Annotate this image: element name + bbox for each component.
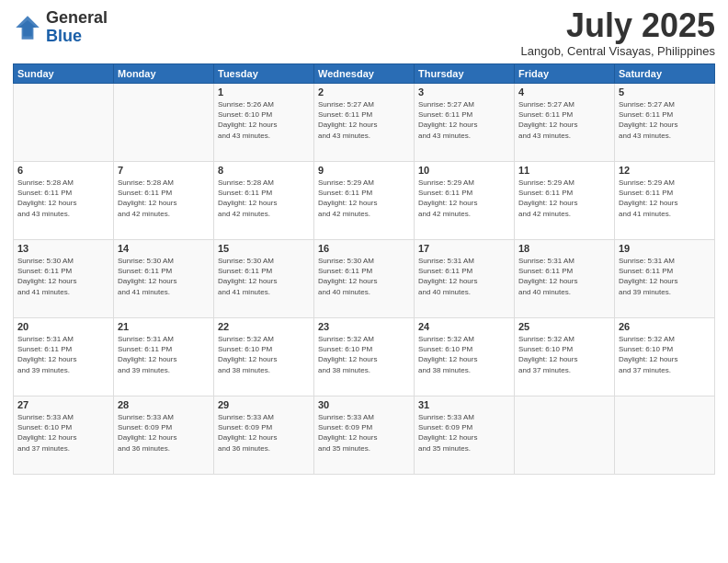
day-number: 8: [218, 165, 310, 176]
calendar-cell: 10Sunrise: 5:29 AM Sunset: 6:11 PM Dayli…: [415, 162, 515, 240]
calendar-cell: 15Sunrise: 5:30 AM Sunset: 6:11 PM Dayli…: [214, 240, 314, 318]
day-info: Sunrise: 5:33 AM Sunset: 6:09 PM Dayligh…: [318, 412, 410, 454]
weekday-header: Friday: [515, 64, 615, 84]
calendar-cell: 20Sunrise: 5:31 AM Sunset: 6:11 PM Dayli…: [14, 318, 114, 396]
day-number: 6: [17, 165, 109, 176]
calendar-cell: 28Sunrise: 5:33 AM Sunset: 6:09 PM Dayli…: [114, 396, 214, 475]
day-number: 12: [619, 165, 711, 176]
calendar-cell: 21Sunrise: 5:31 AM Sunset: 6:11 PM Dayli…: [114, 318, 214, 396]
day-number: 15: [218, 243, 310, 254]
day-info: Sunrise: 5:29 AM Sunset: 6:11 PM Dayligh…: [318, 178, 410, 219]
weekday-header: Wednesday: [314, 64, 415, 84]
day-number: 11: [518, 165, 610, 176]
day-info: Sunrise: 5:30 AM Sunset: 6:11 PM Dayligh…: [17, 256, 109, 297]
day-info: Sunrise: 5:32 AM Sunset: 6:10 PM Dayligh…: [218, 334, 310, 375]
day-info: Sunrise: 5:31 AM Sunset: 6:11 PM Dayligh…: [518, 256, 610, 297]
logo-general-text: General: [46, 9, 108, 28]
calendar-cell: 26Sunrise: 5:32 AM Sunset: 6:10 PM Dayli…: [615, 318, 715, 396]
day-number: 26: [619, 321, 711, 332]
day-number: 30: [318, 399, 410, 410]
calendar-cell: 9Sunrise: 5:29 AM Sunset: 6:11 PM Daylig…: [314, 162, 415, 240]
calendar-cell: 12Sunrise: 5:29 AM Sunset: 6:11 PM Dayli…: [615, 162, 715, 240]
day-info: Sunrise: 5:32 AM Sunset: 6:10 PM Dayligh…: [418, 334, 510, 375]
calendar-cell: 11Sunrise: 5:29 AM Sunset: 6:11 PM Dayli…: [515, 162, 615, 240]
calendar-cell: 2Sunrise: 5:27 AM Sunset: 6:11 PM Daylig…: [314, 84, 415, 162]
calendar-cell: 18Sunrise: 5:31 AM Sunset: 6:11 PM Dayli…: [515, 240, 615, 318]
day-number: 1: [218, 86, 310, 98]
logo: General Blue: [13, 9, 108, 46]
day-number: 10: [418, 165, 510, 176]
weekday-header: Saturday: [615, 64, 715, 84]
calendar-week-row: 27Sunrise: 5:33 AM Sunset: 6:10 PM Dayli…: [14, 396, 715, 475]
day-number: 17: [418, 243, 510, 254]
day-number: 5: [619, 86, 711, 98]
day-info: Sunrise: 5:27 AM Sunset: 6:11 PM Dayligh…: [518, 99, 610, 141]
day-number: 18: [518, 243, 610, 254]
logo-text: General Blue: [46, 9, 108, 46]
weekday-header: Tuesday: [214, 64, 314, 84]
day-info: Sunrise: 5:30 AM Sunset: 6:11 PM Dayligh…: [118, 256, 210, 297]
day-number: 23: [318, 321, 410, 332]
day-number: 16: [318, 243, 410, 254]
calendar-cell: [14, 84, 114, 162]
page: General Blue July 2025 Langob, Central V…: [0, 0, 728, 563]
day-info: Sunrise: 5:33 AM Sunset: 6:09 PM Dayligh…: [418, 412, 510, 454]
day-info: Sunrise: 5:30 AM Sunset: 6:11 PM Dayligh…: [318, 256, 410, 297]
day-info: Sunrise: 5:33 AM Sunset: 6:09 PM Dayligh…: [118, 412, 210, 454]
calendar-cell: 24Sunrise: 5:32 AM Sunset: 6:10 PM Dayli…: [415, 318, 515, 396]
calendar-cell: 6Sunrise: 5:28 AM Sunset: 6:11 PM Daylig…: [14, 162, 114, 240]
calendar-week-row: 1Sunrise: 5:26 AM Sunset: 6:10 PM Daylig…: [14, 84, 715, 162]
calendar-cell: 17Sunrise: 5:31 AM Sunset: 6:11 PM Dayli…: [415, 240, 515, 318]
month-title: July 2025: [520, 9, 715, 42]
day-number: 24: [418, 321, 510, 332]
day-info: Sunrise: 5:26 AM Sunset: 6:10 PM Dayligh…: [218, 99, 310, 141]
calendar-week-row: 6Sunrise: 5:28 AM Sunset: 6:11 PM Daylig…: [14, 162, 715, 240]
weekday-header: Monday: [114, 64, 214, 84]
day-info: Sunrise: 5:31 AM Sunset: 6:11 PM Dayligh…: [17, 334, 109, 375]
day-info: Sunrise: 5:28 AM Sunset: 6:11 PM Dayligh…: [218, 178, 310, 219]
calendar-cell: 29Sunrise: 5:33 AM Sunset: 6:09 PM Dayli…: [214, 396, 314, 475]
day-info: Sunrise: 5:27 AM Sunset: 6:11 PM Dayligh…: [418, 99, 510, 141]
logo-blue-text: Blue: [46, 28, 108, 46]
day-number: 25: [518, 321, 610, 332]
day-number: 14: [118, 243, 210, 254]
calendar-week-row: 20Sunrise: 5:31 AM Sunset: 6:11 PM Dayli…: [14, 318, 715, 396]
calendar-cell: 14Sunrise: 5:30 AM Sunset: 6:11 PM Dayli…: [114, 240, 214, 318]
calendar-cell: 3Sunrise: 5:27 AM Sunset: 6:11 PM Daylig…: [415, 84, 515, 162]
calendar-header-row: SundayMondayTuesdayWednesdayThursdayFrid…: [14, 64, 715, 84]
weekday-header: Thursday: [415, 64, 515, 84]
calendar-cell: 5Sunrise: 5:27 AM Sunset: 6:11 PM Daylig…: [615, 84, 715, 162]
day-number: 19: [619, 243, 711, 254]
day-info: Sunrise: 5:32 AM Sunset: 6:10 PM Dayligh…: [318, 334, 410, 375]
day-info: Sunrise: 5:28 AM Sunset: 6:11 PM Dayligh…: [118, 178, 210, 219]
title-area: July 2025 Langob, Central Visayas, Phili…: [520, 9, 715, 58]
day-info: Sunrise: 5:27 AM Sunset: 6:11 PM Dayligh…: [619, 99, 711, 141]
logo-icon: [13, 13, 42, 42]
day-number: 27: [17, 399, 109, 410]
day-number: 7: [118, 165, 210, 176]
day-number: 29: [218, 399, 310, 410]
calendar-cell: 25Sunrise: 5:32 AM Sunset: 6:10 PM Dayli…: [515, 318, 615, 396]
day-info: Sunrise: 5:32 AM Sunset: 6:10 PM Dayligh…: [619, 334, 711, 375]
calendar-cell: 22Sunrise: 5:32 AM Sunset: 6:10 PM Dayli…: [214, 318, 314, 396]
day-number: 21: [118, 321, 210, 332]
day-number: 13: [17, 243, 109, 254]
header: General Blue July 2025 Langob, Central V…: [13, 9, 715, 58]
calendar-cell: 30Sunrise: 5:33 AM Sunset: 6:09 PM Dayli…: [314, 396, 415, 475]
day-number: 2: [318, 86, 410, 98]
calendar-week-row: 13Sunrise: 5:30 AM Sunset: 6:11 PM Dayli…: [14, 240, 715, 318]
day-info: Sunrise: 5:33 AM Sunset: 6:10 PM Dayligh…: [17, 412, 109, 454]
day-info: Sunrise: 5:32 AM Sunset: 6:10 PM Dayligh…: [518, 334, 610, 375]
calendar-cell: 13Sunrise: 5:30 AM Sunset: 6:11 PM Dayli…: [14, 240, 114, 318]
day-number: 22: [218, 321, 310, 332]
calendar-cell: 7Sunrise: 5:28 AM Sunset: 6:11 PM Daylig…: [114, 162, 214, 240]
day-info: Sunrise: 5:29 AM Sunset: 6:11 PM Dayligh…: [619, 178, 711, 219]
day-number: 31: [418, 399, 510, 410]
calendar-table: SundayMondayTuesdayWednesdayThursdayFrid…: [13, 63, 715, 475]
calendar-cell: [114, 84, 214, 162]
day-number: 28: [118, 399, 210, 410]
location: Langob, Central Visayas, Philippines: [520, 44, 715, 58]
weekday-header: Sunday: [14, 64, 114, 84]
day-info: Sunrise: 5:33 AM Sunset: 6:09 PM Dayligh…: [218, 412, 310, 454]
calendar-cell: 16Sunrise: 5:30 AM Sunset: 6:11 PM Dayli…: [314, 240, 415, 318]
